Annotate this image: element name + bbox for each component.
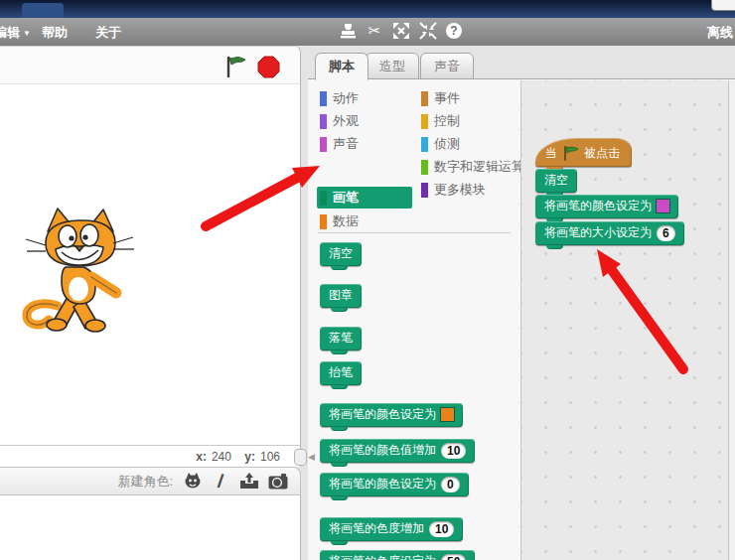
block-label: 将画笔的色度设定为 xyxy=(329,553,436,560)
palette-divider xyxy=(318,232,511,233)
script-block-set-pen-color[interactable]: 将画笔的颜色设定为 xyxy=(535,195,678,218)
menu-bar: 编辑▼ 帮助 关于 ✂ ? 离线 xyxy=(0,18,735,46)
y-value: 106 xyxy=(260,450,280,464)
block-label: 清空 xyxy=(544,172,568,189)
block-clear[interactable]: 清空 xyxy=(320,242,362,266)
block-set-pen-color[interactable]: 将画笔的颜色设定为 xyxy=(320,403,463,427)
looks-swatch xyxy=(320,114,327,129)
category-data[interactable]: 数据 xyxy=(320,211,359,231)
number-input[interactable]: 50 xyxy=(441,554,466,560)
block-label: 抬笔 xyxy=(329,364,353,381)
number-input[interactable]: 10 xyxy=(429,521,454,537)
stage-header xyxy=(0,47,300,84)
category-operators[interactable]: 数字和逻辑运算 xyxy=(421,157,524,177)
block-pen-up[interactable]: 抬笔 xyxy=(320,361,362,385)
tab-costumes[interactable]: 造型 xyxy=(366,53,419,80)
tab-sounds[interactable]: 声音 xyxy=(420,53,474,80)
sprite-library-icon[interactable] xyxy=(182,472,202,491)
block-label: 将画笔的颜色设定为 xyxy=(329,406,436,423)
sound-swatch xyxy=(320,137,327,152)
category-looks[interactable]: 外观 xyxy=(320,111,359,131)
block-label: 清空 xyxy=(329,245,353,262)
category-pen-selected[interactable]: 画笔 xyxy=(317,187,412,209)
window-control-button[interactable] xyxy=(711,0,735,11)
category-label: 画笔 xyxy=(333,189,359,207)
scratch-app-window: 编辑▼ 帮助 关于 ✂ ? 离线 xyxy=(0,0,735,560)
category-label: 侦测 xyxy=(434,135,460,153)
stop-button[interactable] xyxy=(257,56,280,78)
cursor-tools: ✂ ? xyxy=(339,22,462,40)
number-input[interactable]: 10 xyxy=(441,443,466,459)
operators-swatch xyxy=(421,160,428,175)
menu-about[interactable]: 关于 xyxy=(95,24,121,42)
camera-icon[interactable] xyxy=(268,472,288,491)
category-events[interactable]: 事件 xyxy=(421,88,460,108)
chevron-down-icon: ▼ xyxy=(23,29,31,38)
hat-label-suffix: 被点击 xyxy=(584,145,620,162)
category-more-blocks[interactable]: 更多模块 xyxy=(421,180,486,200)
category-sound[interactable]: 声音 xyxy=(320,134,359,154)
color-input[interactable] xyxy=(657,200,669,212)
new-sprite-bar: 新建角色: / xyxy=(0,467,301,495)
script-hat-when-flag-clicked[interactable]: 当 被点击 xyxy=(535,138,632,167)
menu-edit-label: 编辑 xyxy=(0,25,20,40)
data-swatch xyxy=(320,214,327,229)
block-label: 将画笔的颜色设定为 xyxy=(329,476,436,492)
grow-icon[interactable] xyxy=(392,22,410,40)
upload-icon[interactable] xyxy=(239,472,259,491)
title-bar-accent xyxy=(22,3,64,18)
script-block-set-pen-size[interactable]: 将画笔的大小设定为6 xyxy=(535,221,684,245)
category-label: 数据 xyxy=(333,212,359,230)
color-input[interactable] xyxy=(441,408,454,421)
script-block-clear[interactable]: 清空 xyxy=(535,169,577,193)
category-label: 声音 xyxy=(333,135,359,153)
tab-strip: 脚本 造型 声音 xyxy=(308,46,735,79)
block-pen-down[interactable]: 落笔 xyxy=(320,327,362,350)
y-label: y: xyxy=(244,450,255,464)
category-label: 动作 xyxy=(333,89,359,107)
script-area[interactable]: 当 被点击 清空 将画笔的颜色设定为 将画笔的大小设定为6 xyxy=(520,80,728,560)
block-stamp[interactable]: 图章 xyxy=(320,284,362,308)
category-label: 外观 xyxy=(333,112,359,130)
number-input[interactable]: 6 xyxy=(657,225,675,241)
shrink-icon[interactable] xyxy=(419,22,437,40)
script-area-edge xyxy=(728,80,735,560)
block-label: 落笔 xyxy=(329,330,353,347)
scissors-icon[interactable]: ✂ xyxy=(366,22,383,40)
block-palette: 动作 外观 声音 画笔 数据 事件 控制 侦测 数字和逻辑运算 更多模块 清空 … xyxy=(308,79,520,560)
category-label: 数字和逻辑运算 xyxy=(434,158,524,176)
menu-help[interactable]: 帮助 xyxy=(42,24,68,42)
sensing-swatch xyxy=(421,137,428,152)
hat-label-prefix: 当 xyxy=(545,145,557,162)
scratch-cat-sprite[interactable] xyxy=(22,206,139,335)
x-value: 240 xyxy=(212,450,231,464)
tab-scripts[interactable]: 脚本 xyxy=(315,53,368,80)
block-label: 将画笔的色度增加 xyxy=(329,520,424,537)
block-label: 将画笔的颜色设定为 xyxy=(544,198,652,214)
stage-resize-handle[interactable] xyxy=(294,449,307,466)
offline-indicator: 离线 xyxy=(707,24,733,42)
block-change-pen-color[interactable]: 将画笔的颜色值增加10 xyxy=(320,439,475,463)
block-change-pen-shade[interactable]: 将画笔的色度增加10 xyxy=(320,517,463,541)
palette-collapse-arrow[interactable]: ◀ xyxy=(308,452,315,462)
editor-panel: 脚本 造型 声音 动作 外观 声音 画笔 数据 事件 控制 侦测 数字和逻辑运算… xyxy=(308,46,735,560)
x-label: x: xyxy=(196,450,207,464)
motion-swatch xyxy=(320,91,327,106)
green-flag-button[interactable] xyxy=(224,56,248,77)
menu-edit[interactable]: 编辑▼ xyxy=(0,24,31,42)
block-set-pen-shade[interactable]: 将画笔的色度设定为50 xyxy=(320,550,475,560)
paint-brush-icon[interactable]: / xyxy=(210,470,232,492)
events-swatch xyxy=(421,91,428,106)
window-title-bar xyxy=(0,0,735,18)
number-input[interactable]: 0 xyxy=(441,477,460,492)
block-label: 将画笔的颜色值增加 xyxy=(329,442,436,459)
category-motion[interactable]: 动作 xyxy=(320,88,359,108)
new-sprite-label: 新建角色: xyxy=(117,473,173,490)
category-label: 控制 xyxy=(434,112,460,130)
stamp-icon[interactable] xyxy=(339,22,357,40)
category-control[interactable]: 控制 xyxy=(421,111,460,131)
control-swatch xyxy=(421,114,428,129)
block-help-icon[interactable]: ? xyxy=(446,23,462,39)
category-sensing[interactable]: 侦测 xyxy=(421,134,460,154)
block-set-pen-color-number[interactable]: 将画笔的颜色设定为0 xyxy=(320,473,469,496)
